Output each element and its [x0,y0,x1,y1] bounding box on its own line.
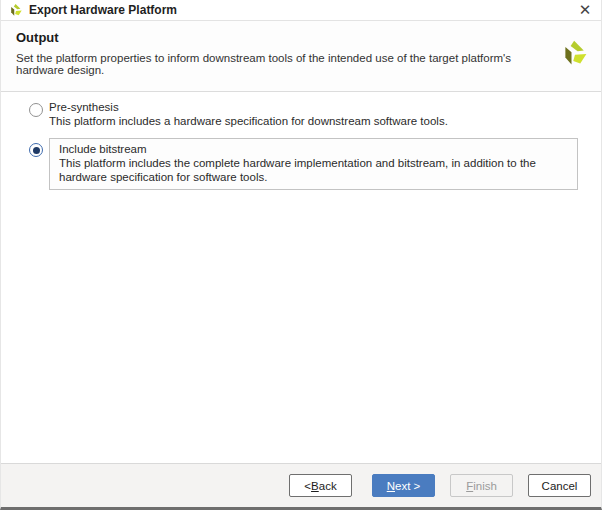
option-label: Pre-synthesis [49,100,571,114]
next-button[interactable]: Next > [372,474,435,497]
title-bar: Export Hardware Platform ✕ [1,0,601,21]
xilinx-logo-large-icon [561,37,589,69]
option-pre-synthesis[interactable]: Pre-synthesis This platform includes a h… [49,100,571,128]
page-subtitle: Set the platform properties to inform do… [16,52,541,76]
option-include-bitstream[interactable]: Include bitstream This platform includes… [49,138,578,190]
wizard-header: Output Set the platform properties to in… [1,21,601,92]
close-icon[interactable]: ✕ [575,1,595,19]
option-label: Include bitstream [59,142,568,156]
radio-include-bitstream[interactable] [29,143,43,157]
back-button[interactable]: < Back [289,474,352,497]
page-title: Output [16,30,59,45]
cancel-button[interactable]: Cancel [528,474,591,497]
option-description: This platform includes a hardware specif… [49,114,571,128]
export-hardware-platform-dialog: Export Hardware Platform ✕ Output Set th… [0,0,602,510]
wizard-footer: < Back Next > Finish Cancel [1,463,601,507]
option-description: This platform includes the complete hard… [59,156,568,184]
radio-pre-synthesis[interactable] [29,103,43,117]
wizard-content: Pre-synthesis This platform includes a h… [1,92,601,463]
xilinx-logo-icon [9,3,23,17]
window-title: Export Hardware Platform [29,3,177,17]
finish-button: Finish [450,474,513,497]
